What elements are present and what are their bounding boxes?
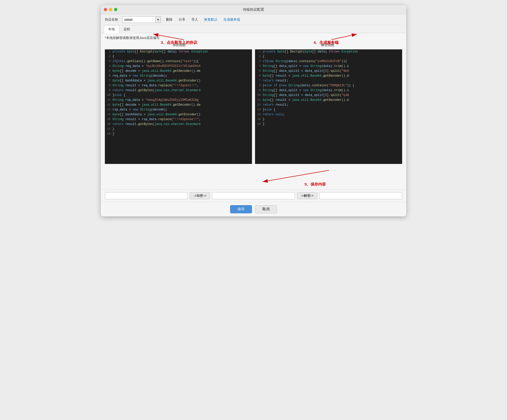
annotation-step5: 5、保存内容 bbox=[305, 182, 326, 187]
generate-server-button[interactable]: 生成服务端 bbox=[222, 17, 241, 22]
code-line: 1private byte[] Encrypt(byte[] data) thr… bbox=[105, 49, 252, 54]
footer-bar: 保存 取消 bbox=[101, 202, 406, 216]
maximize-button[interactable] bbox=[114, 8, 117, 11]
restore-default-button[interactable]: 恢复默认 bbox=[203, 17, 218, 22]
delete-button[interactable]: 删除 bbox=[165, 17, 174, 22]
result-test-input[interactable] bbox=[319, 192, 402, 199]
encrypt-test-button[interactable]: ->加密-> bbox=[190, 192, 210, 199]
window-title: 传输协议配置 bbox=[243, 7, 264, 12]
protocol-input-wrapper: ▼ bbox=[122, 16, 161, 23]
annotation-step4: 4、生成服务端 bbox=[314, 40, 339, 45]
code-line: 4 String[] data_split = new String(data)… bbox=[255, 64, 402, 69]
main-window: 传输协议配置 协议名称 ▼ 删除 分享 导入 恢复默认 生成服务端 本地 远程 … bbox=[101, 5, 406, 216]
code-line: 6 req_data = new String(decode); bbox=[105, 74, 252, 78]
code-line: 13 rsp_data = new String(decode); bbox=[105, 107, 252, 112]
code-line: 8 String result = req_data.replace("!!r3… bbox=[105, 83, 252, 88]
code-line: 1private byte[] Decrypt(byte[] data) thr… bbox=[255, 49, 402, 54]
share-button[interactable]: 分享 bbox=[178, 17, 186, 22]
svg-line-3 bbox=[263, 170, 329, 182]
code-line: 12 byte[] decode = java.util.Base64.getD… bbox=[105, 103, 252, 107]
code-line: 10 String[] data_split2 = data_split[1].… bbox=[255, 93, 402, 98]
code-line: 16 } bbox=[255, 122, 402, 127]
protocol-input[interactable] bbox=[122, 16, 155, 23]
code-line: 18 } bbox=[105, 132, 252, 136]
code-line: 8 }else if (new String(data).contains("5… bbox=[255, 83, 402, 88]
code-line: 11 String rsp_data = "ewogICAgImNvZGXDjy… bbox=[105, 98, 252, 103]
code-line: 14 byte[] bas64data = java.util.Base64.g… bbox=[105, 112, 252, 117]
encrypt-editor[interactable]: 1private byte[] Encrypt(byte[] data) thr… bbox=[105, 49, 252, 164]
code-line: 5 String[] data_split2 = data_split[1].s… bbox=[255, 69, 402, 74]
code-line: 3 if(this.getClass().getName().contains(… bbox=[105, 59, 252, 64]
encrypt-test-input[interactable] bbox=[105, 192, 188, 199]
code-line: 7 return result; bbox=[255, 78, 402, 83]
code-line: 5 byte[] decode = java.util.Base64.getDe… bbox=[105, 69, 252, 74]
decrypt-editor[interactable]: 1private byte[] Decrypt(byte[] data) thr… bbox=[255, 49, 402, 164]
toolbar: 协议名称 ▼ 删除 分享 导入 恢复默认 生成服务端 bbox=[101, 14, 406, 25]
code-headers: 加密函数 解密函数 bbox=[105, 43, 402, 48]
code-line: 3 if(new String(data).contains("yxMOk3J0… bbox=[255, 59, 402, 64]
code-section: 3、点击新导入的协议 4、生成服务端 加密函数 解密函数 1private by… bbox=[105, 43, 402, 189]
decrypt-test-input[interactable] bbox=[212, 192, 295, 199]
save-button[interactable]: 保存 bbox=[230, 205, 252, 213]
content-area: *本地加解密函数请使用Java语言编写 3、点击新导入的协议 4、生成服务端 加… bbox=[101, 33, 406, 189]
tab-remote[interactable]: 远程 bbox=[119, 25, 134, 33]
cancel-button[interactable]: 取消 bbox=[255, 205, 277, 213]
code-line: 15 } bbox=[255, 117, 402, 122]
tab-local[interactable]: 本地 bbox=[104, 25, 119, 33]
code-line: 4 String req_data = "eyJKc29uRGF0YSI6Ilt… bbox=[105, 64, 252, 69]
code-line: 2 { bbox=[105, 54, 252, 59]
decrypt-test-button[interactable]: ->解密-> bbox=[297, 192, 317, 199]
code-line: 12 return result; bbox=[255, 103, 402, 107]
code-line: 15 String result = rsp_data.replace("!!r… bbox=[105, 117, 252, 122]
protocol-label: 协议名称 bbox=[105, 17, 118, 22]
close-button[interactable] bbox=[104, 8, 107, 11]
code-line: 7 byte[] bas64data = java.util.Base64.ge… bbox=[105, 78, 252, 83]
code-line: 17 } bbox=[105, 127, 252, 132]
protocol-dropdown-button[interactable]: ▼ bbox=[155, 16, 161, 23]
test-bar: ->加密-> ->解密-> bbox=[101, 189, 406, 202]
code-line: 2 { bbox=[255, 54, 402, 59]
annotation-step3: 3、点击新导入的协议 bbox=[161, 40, 197, 45]
hint-text: *本地加解密函数请使用Java语言编写 bbox=[105, 36, 402, 40]
code-line: 9 return result.getBytes(java.nio.charse… bbox=[105, 88, 252, 93]
code-line: 13 }else { bbox=[255, 107, 402, 112]
minimize-button[interactable] bbox=[109, 8, 112, 11]
import-button[interactable]: 导入 bbox=[190, 17, 199, 22]
annotation-area: 5、保存内容 bbox=[105, 164, 402, 189]
code-line: 6 byte[] result = java.util.Base64.getDe… bbox=[255, 74, 402, 78]
code-line: 11 byte[] result = java.util.Base64.getD… bbox=[255, 98, 402, 103]
code-line: 14 return null; bbox=[255, 112, 402, 117]
traffic-lights bbox=[104, 8, 117, 11]
code-line: 10 }else { bbox=[105, 93, 252, 98]
titlebar: 传输协议配置 bbox=[101, 5, 406, 14]
code-editors: 1private byte[] Encrypt(byte[] data) thr… bbox=[105, 49, 402, 164]
tabs-bar: 本地 远程 bbox=[101, 25, 406, 33]
code-line: 9 String[] data_split = new String(data)… bbox=[255, 88, 402, 93]
code-line: 16 return result.getBytes(java.nio.chars… bbox=[105, 122, 252, 127]
